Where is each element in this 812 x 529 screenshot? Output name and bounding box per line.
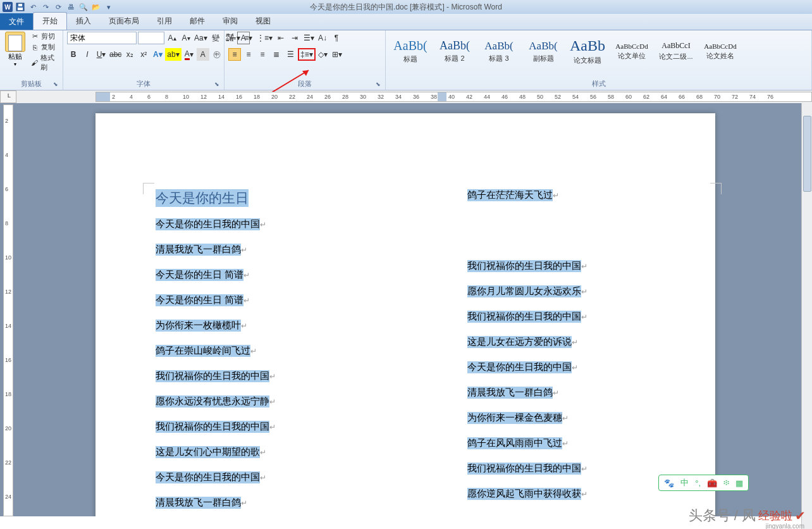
style-item[interactable]: AaBb(标题 2 [434,33,476,70]
shading-icon[interactable]: ◇▾ [317,48,329,61]
qat-dropdown-icon[interactable]: ▾ [104,2,114,12]
paragraph-mark: ↵ [243,296,250,305]
watermark: 头条号 / 风 经验啦 ✔ jingyanla.com [689,506,806,525]
subscript-button[interactable]: x₂ [123,48,136,61]
print-icon[interactable]: 🖶 [66,2,76,12]
ime-person-icon[interactable]: ፨ [723,478,729,488]
asian-distribute-icon[interactable]: ☰▾ [302,32,315,44]
paste-button[interactable]: 粘贴 ▾ [4,32,27,67]
document-area[interactable]: 今天是你的生日 今天是你的生日我的中国↵清晨我放飞一群白鸽↵今天是你的生日 简谱… [16,103,812,516]
change-case-icon[interactable]: Aa▾ [194,32,208,44]
copy-button[interactable]: ⎘复制 [30,42,59,52]
character-shading-icon[interactable]: A [197,48,209,61]
decrease-indent-icon[interactable]: ⇤ [274,32,287,44]
clipboard-launcher-icon[interactable]: ⬊ [53,81,61,89]
ruler-tick: 62 [643,94,649,100]
paragraph-launcher-icon[interactable]: ⬊ [376,81,383,89]
justify-icon[interactable]: ≣ [270,48,283,61]
font-color-icon[interactable]: A▾ [183,48,195,61]
ime-punct-icon[interactable]: °, [695,478,701,488]
ime-paw-icon[interactable]: 🐾 [664,478,674,488]
tab-review[interactable]: 审阅 [214,13,247,30]
style-item[interactable]: AaBbCcDd论文姓名 [699,33,741,70]
horizontal-ruler[interactable]: 2468101214161820222426283032343638404244… [95,92,812,102]
tab-insert[interactable]: 插入 [67,13,100,30]
svg-rect-2 [18,4,22,6]
strikethrough-button[interactable]: abc [109,48,122,61]
undo-icon[interactable]: ↶ [28,2,38,12]
enclose-characters-icon[interactable]: ㊥ [211,48,223,61]
file-tab[interactable]: 文件 [0,13,33,30]
paragraph-mark: ↵ [553,191,559,200]
grow-font-icon[interactable]: A▴ [166,32,178,44]
text-effects-icon[interactable]: A▾ [151,48,164,61]
paragraph-mark: ↵ [241,246,247,254]
vertical-scrollbar[interactable] [801,103,812,529]
print-preview-icon[interactable]: 🔍 [78,2,89,12]
check-icon: ✔ [795,508,806,523]
cut-button[interactable]: ✂剪切 [30,32,59,41]
paragraph-mark: ↵ [553,389,559,397]
style-item[interactable]: AaBbCcDd论文单位 [611,33,653,70]
style-item[interactable]: AaBbCcI论文二级... [655,33,697,70]
underline-button[interactable]: U▾ [95,48,108,61]
text-line-selected: 鸽子在茫茫海天飞过 [467,189,553,201]
align-right-icon[interactable]: ≡ [256,48,269,61]
borders-icon[interactable]: ⊞▾ [331,48,343,61]
sort-icon[interactable]: A↓ [316,32,329,44]
ime-toolbox-icon[interactable]: 🧰 [707,478,717,488]
style-preview: AaBb( [529,40,557,53]
tab-page-layout[interactable]: 页面布局 [100,13,148,30]
show-marks-icon[interactable]: ¶ [330,32,343,44]
increase-indent-icon[interactable]: ⇥ [288,32,301,44]
style-label: 标题 2 [445,54,464,63]
ime-toolbar[interactable]: 🐾 中 °, 🧰 ፨ ▦ [658,475,749,491]
tab-mailings[interactable]: 邮件 [181,13,214,30]
chevron-down-icon: ▾ [14,61,16,67]
ruler-tick: 48 [519,94,526,100]
font-family-select[interactable] [67,32,137,44]
word-app-icon[interactable]: W [3,2,13,12]
tab-home[interactable]: 开始 [33,12,67,30]
group-clipboard: 粘贴 ▾ ✂剪切 ⎘复制 🖌格式刷 剪贴板 ⬊ [0,30,63,90]
ime-grid-icon[interactable]: ▦ [735,478,743,488]
redo-icon[interactable]: ↷ [40,2,51,12]
highlight-color-icon[interactable]: ab▾ [165,48,181,61]
font-size-select[interactable] [138,32,164,44]
ime-lang-indicator[interactable]: 中 [680,477,689,489]
style-gallery[interactable]: AaBb(标题AaBb(标题 2AaBb(标题 3AaBb(副标题AaBb论文标… [390,32,741,75]
superscript-button[interactable]: x² [137,48,150,61]
distributed-icon[interactable]: ☰ [284,48,297,61]
scissors-icon: ✂ [30,32,39,41]
style-item[interactable]: AaBb(标题 [390,33,431,70]
text-line-selected: 我们祝福你的生日我的中国 [156,421,269,433]
numbering-icon[interactable]: ≡▾ [242,32,255,44]
tab-view[interactable]: 视图 [247,13,280,30]
bullets-icon[interactable]: ≔▾ [228,32,241,44]
refresh-icon[interactable]: ⟳ [53,2,63,12]
multilevel-list-icon[interactable]: ⋮≡▾ [256,32,273,44]
tab-references[interactable]: 引用 [148,13,181,30]
ruler-tick: 4 [130,94,133,100]
save-icon[interactable] [15,2,25,12]
style-item[interactable]: AaBb(副标题 [522,33,564,70]
style-item[interactable]: AaBb论文标题 [567,33,608,70]
open-icon[interactable]: 📂 [91,2,101,12]
window-title: 今天是你的生日我的中国.doc [兼容模式] - Microsoft Word [310,2,502,13]
italic-button[interactable]: I [81,48,94,61]
paragraph-mark: ↵ [581,262,587,271]
vertical-ruler[interactable]: 24681012141618202224 [3,104,13,516]
font-launcher-icon[interactable]: ⬊ [214,81,222,89]
group-paragraph: ≔▾ ≡▾ ⋮≡▾ ⇤ ⇥ ☰▾ A↓ ¶ ≡ ≡ ≡ ≣ ☰ ‡≡▾ ◇▾ ⊞… [225,30,386,90]
align-center-icon[interactable]: ≡ [242,48,255,61]
line-spacing-icon[interactable]: ‡≡▾ [298,48,316,61]
align-left-icon[interactable]: ≡ [228,48,241,61]
shrink-font-icon[interactable]: A▾ [180,32,192,44]
format-painter-button[interactable]: 🖌格式刷 [30,53,59,72]
tab-selector[interactable]: └ [0,90,16,103]
text-line-selected: 为你衔来一棵金色麦穗 [467,412,562,424]
phonetic-guide-icon[interactable]: 變 [209,32,222,44]
scrollbar-thumb[interactable] [803,116,811,192]
bold-button[interactable]: B [67,48,80,61]
style-item[interactable]: AaBb(标题 3 [478,33,520,70]
